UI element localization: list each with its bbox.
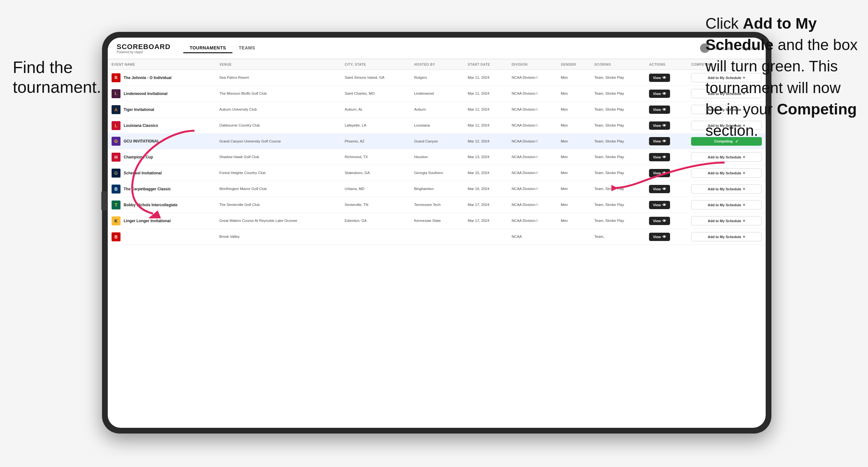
cell-value: Eatonton, GA [345, 219, 367, 222]
table-row: L Lindenwood Invitational The Missouri B… [108, 86, 766, 102]
view-button[interactable]: View 👁 [649, 105, 670, 114]
cell-value: NCAA Division I [512, 219, 537, 222]
plus-icon [743, 234, 745, 239]
tablet-screen: SCOREBOARD Powered by clippd TOURNAMENTS… [108, 38, 766, 428]
logo-area: SCOREBOARD Powered by clippd [117, 43, 170, 54]
cell-value: Men [561, 171, 568, 175]
cell-value: NCAA Division I [512, 92, 537, 95]
col-start-date: START DATE [464, 59, 508, 70]
cell-value: NCAA Division I [512, 155, 537, 159]
view-label: View [653, 92, 661, 96]
annotation-left: Find the tournament. [13, 57, 101, 97]
col-gender: GENDER [557, 59, 590, 70]
view-label: View [653, 139, 661, 143]
svg-marker-0 [148, 210, 161, 218]
cell-value: Men [561, 107, 568, 111]
cell-value: Rutgers [414, 75, 427, 80]
cell-value: Brook Valley [219, 235, 240, 239]
cell-value: Forest Heights Country Club [219, 171, 266, 175]
tab-teams[interactable]: TEAMS [232, 43, 262, 53]
cell-value: The Missouri Bluffs Golf Club [219, 92, 267, 95]
cell-value: Mar 17, 2024 [468, 203, 489, 207]
svg-marker-1 [611, 185, 618, 191]
cell-value: Georgia Southern [414, 171, 443, 175]
table-header-row: EVENT NAME VENUE CITY, STATE HOSTED BY S… [108, 59, 766, 70]
tablet-frame: SCOREBOARD Powered by clippd TOURNAMENTS… [102, 32, 771, 434]
cell-value: NCAA Division I [512, 171, 537, 175]
view-button[interactable]: View 👁 [649, 201, 670, 209]
cell-value: Team, Stroke Play [594, 123, 624, 127]
add-schedule-button[interactable]: Add to My Schedule [691, 216, 762, 225]
eye-icon: 👁 [662, 139, 666, 144]
table-container: EVENT NAME VENUE CITY, STATE HOSTED BY S… [108, 59, 766, 428]
view-button[interactable]: View 👁 [649, 137, 670, 145]
cell-value: Binghamton [414, 187, 434, 191]
cell-value: Lindenwood [414, 92, 434, 95]
view-label: View [653, 203, 661, 207]
table-row: R The Johnnie - O Individual Sea Palms R… [108, 70, 766, 86]
cell-value: Mar 11, 2024 [468, 75, 489, 80]
cell-value: Team, Stroke Play [594, 92, 624, 95]
eye-icon: 👁 [662, 107, 666, 112]
cell-value: Auburn University Club [219, 107, 257, 111]
tab-tournaments[interactable]: TOURNAMENTS [183, 43, 232, 53]
view-label: View [653, 235, 661, 239]
view-button[interactable]: View 👁 [649, 121, 670, 130]
cell-value: NCAA [512, 235, 522, 239]
cell-value: Team, Stroke Play [594, 219, 624, 222]
event-name: Tiger Invitational [124, 107, 154, 112]
cell-value: NCAA Division I [512, 187, 537, 191]
arrow-left [76, 124, 210, 220]
cell-value: Mar 11, 2024 [468, 92, 489, 95]
cell-value: Sea Palms Resort [219, 75, 249, 80]
plus-icon [743, 155, 745, 159]
cell-value: Men [561, 123, 568, 127]
eye-icon: 👁 [662, 203, 666, 207]
cell-value: Men [561, 75, 568, 80]
col-event-name: EVENT NAME [108, 59, 216, 70]
cell-value: Team, Stroke Play [594, 203, 624, 207]
view-button[interactable]: View 👁 [649, 217, 670, 225]
cell-value: Houston [414, 155, 428, 159]
cell-value: Men [561, 155, 568, 159]
cell-value: Saint Simons Island, GA [345, 75, 384, 80]
cell-value: NCAA Division I [512, 139, 537, 143]
view-button[interactable]: View 👁 [649, 233, 670, 241]
add-schedule-button[interactable]: Add to My Schedule [691, 232, 762, 241]
view-button[interactable]: View 👁 [649, 90, 670, 98]
plus-icon [743, 218, 745, 223]
logo-subtitle: Powered by clippd [117, 50, 170, 54]
cell-value: Men [561, 187, 568, 191]
cell-value: Louisiana [414, 123, 430, 127]
view-button[interactable]: View 👁 [649, 74, 670, 82]
col-city-state: CITY, STATE [341, 59, 410, 70]
cell-value: Team, Stroke Play [594, 75, 624, 80]
cell-value: Mar 11, 2024 [468, 107, 489, 111]
add-schedule-button[interactable]: Add to My Schedule [691, 200, 762, 210]
cell-value: Men [561, 139, 568, 143]
cell-value: Oakbourne Country Club [219, 123, 260, 127]
cell-value: Statesboro, GA [345, 171, 370, 175]
add-schedule-label: Add to My Schedule [708, 235, 741, 239]
cell-value: NCAA Division I [512, 107, 537, 111]
plus-icon [743, 203, 745, 207]
add-schedule-label: Add to My Schedule [708, 219, 741, 223]
cell-value: Men [561, 203, 568, 207]
nav-bar: SCOREBOARD Powered by clippd TOURNAMENTS… [108, 38, 766, 59]
cell-value: Mar 16, 2024 [468, 187, 489, 191]
cell-value: Team, Stroke Play [594, 139, 624, 143]
col-actions: ACTIONS [645, 59, 687, 70]
cell-value: NCAA Division I [512, 75, 537, 80]
plus-icon [743, 170, 745, 175]
cell-value: Kennesaw State [414, 219, 441, 222]
cell-value: Grand Canyon University Golf Course [219, 139, 281, 143]
view-label: View [653, 108, 661, 112]
annotation-right: Click Add to My Schedule and the box wil… [706, 13, 859, 141]
cell-value: Mar 13, 2024 [468, 155, 489, 159]
cell-value: Auburn, AL [345, 107, 363, 111]
eye-icon: 👁 [662, 235, 666, 239]
add-schedule-label: Add to My Schedule [708, 203, 741, 207]
event-name: Lindenwood Invitational [124, 92, 167, 96]
cell-value: Shadow Hawk Golf Club [219, 155, 259, 159]
team-logo: R [112, 73, 121, 82]
